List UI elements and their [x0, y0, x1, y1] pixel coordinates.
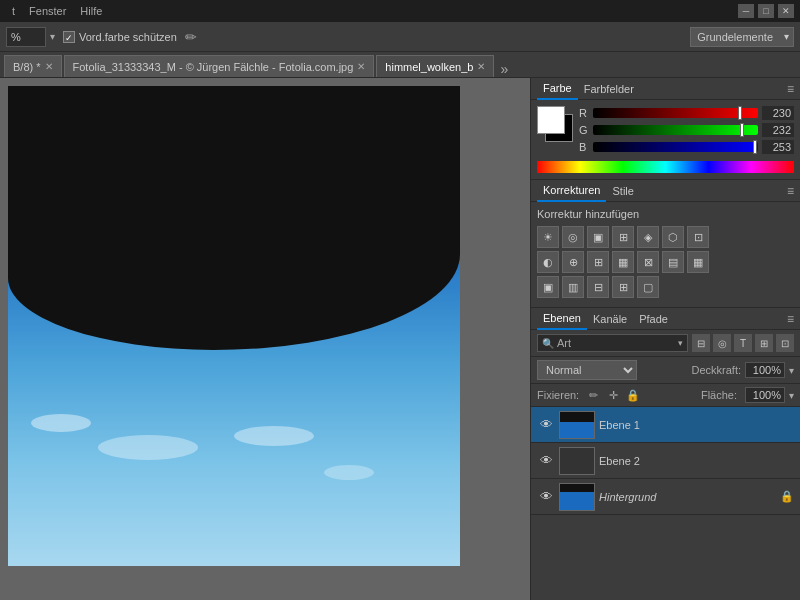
tab-2-close[interactable]: ✕: [477, 61, 485, 72]
cloud-4: [324, 465, 374, 480]
b-label: B: [579, 141, 589, 153]
g-value[interactable]: [762, 123, 794, 137]
korr-icon-lookup[interactable]: ▦: [612, 251, 634, 273]
korr-icon-brightness[interactable]: ☀: [537, 226, 559, 248]
tab-1[interactable]: Fotolia_31333343_M - © Jürgen Fälchle - …: [64, 55, 375, 77]
titlebar-controls: ─ □ ✕: [738, 4, 794, 18]
r-value[interactable]: [762, 106, 794, 120]
korr-icon-selective[interactable]: ▥: [562, 276, 584, 298]
korrekturen-body: Korrektur hinzufügen ☀ ◎ ▣ ⊞ ◈ ⬡ ⊡ ◐ ⊕ ⊞…: [531, 202, 800, 307]
color-spectrum[interactable]: [537, 161, 794, 173]
layer-item-0[interactable]: 👁 Ebene 1: [531, 407, 800, 443]
tab-farbe[interactable]: Farbe: [537, 78, 578, 100]
flache-arrow[interactable]: ▾: [789, 390, 794, 401]
korr-icon-photo[interactable]: ⊕: [562, 251, 584, 273]
g-slider[interactable]: [593, 125, 758, 135]
canvas-container: [8, 86, 460, 566]
b-value[interactable]: [762, 140, 794, 154]
tab-farbfelder[interactable]: Farbfelder: [578, 78, 640, 100]
tab-0-close[interactable]: ✕: [45, 61, 53, 72]
tab-korrekturen[interactable]: Korrekturen: [537, 180, 606, 202]
korr-icon-channel[interactable]: ⊞: [587, 251, 609, 273]
brush-icon[interactable]: ✏: [185, 29, 197, 45]
blend-mode-select[interactable]: Normal: [537, 360, 637, 380]
layer-0-thumbnail: [559, 411, 595, 439]
layer-extra-icon[interactable]: ⊡: [776, 334, 794, 352]
fix-icon-lock[interactable]: 🔒: [625, 387, 641, 403]
ebenen-action-icons: ⊟ ◎ T ⊞ ⊡: [692, 334, 794, 352]
menu-hilfe[interactable]: Hilfe: [74, 5, 108, 17]
tab-0[interactable]: B/8) * ✕: [4, 55, 62, 77]
r-slider[interactable]: [593, 108, 758, 118]
tab-stile[interactable]: Stile: [606, 180, 639, 202]
korr-icons-row-2: ◐ ⊕ ⊞ ▦ ⊠ ▤ ▦: [537, 251, 794, 273]
tab-kanale[interactable]: Kanäle: [587, 308, 633, 330]
deckkraft-arrow[interactable]: ▾: [789, 365, 794, 376]
fix-icon-move[interactable]: ✛: [605, 387, 621, 403]
tab-1-close[interactable]: ✕: [357, 61, 365, 72]
korrekturen-panel-collapse[interactable]: ≡: [787, 184, 794, 198]
search-dropdown[interactable]: ▾: [678, 338, 683, 348]
tab-more-button[interactable]: »: [496, 61, 512, 77]
korr-icon-gradient[interactable]: ▣: [537, 276, 559, 298]
blend-mode-row: Normal Deckkraft: ▾: [531, 357, 800, 384]
foreground-swatch[interactable]: [537, 106, 565, 134]
r-label: R: [579, 107, 589, 119]
percent-input-area: % ▾: [6, 27, 55, 47]
tab-ebenen[interactable]: Ebenen: [537, 308, 587, 330]
color-panel-body: R G: [531, 100, 800, 179]
maximize-button[interactable]: □: [758, 4, 774, 18]
korr-icon-colorbal[interactable]: ⊡: [687, 226, 709, 248]
fix-icon-brush[interactable]: ✏: [585, 387, 601, 403]
layer-item-2[interactable]: 👁 Hintergrund 🔒: [531, 479, 800, 515]
layer-thumbnail-icon[interactable]: ⊟: [692, 334, 710, 352]
fixieren-row: Fixieren: ✏ ✛ 🔒 Fläche: ▾: [531, 384, 800, 407]
korr-icon-posterize[interactable]: ▤: [662, 251, 684, 273]
korr-icon-extra3[interactable]: ▢: [637, 276, 659, 298]
layer-item-1[interactable]: 👁 Ebene 2: [531, 443, 800, 479]
menu-fenster[interactable]: Fenster: [23, 5, 72, 17]
b-slider[interactable]: [593, 142, 758, 152]
minimize-button[interactable]: ─: [738, 4, 754, 18]
b-slider-row: B: [579, 140, 794, 154]
tab-2[interactable]: himmel_wolken_b ✕: [376, 55, 494, 77]
korr-icon-bw[interactable]: ◐: [537, 251, 559, 273]
korr-icon-hsl[interactable]: ⬡: [662, 226, 684, 248]
search-label: Art: [557, 337, 571, 349]
korr-icon-curves[interactable]: ▣: [587, 226, 609, 248]
korr-icon-extra1[interactable]: ⊟: [587, 276, 609, 298]
layer-type-icon[interactable]: T: [734, 334, 752, 352]
layer-0-visibility[interactable]: 👁: [537, 416, 555, 434]
color-panel-collapse[interactable]: ≡: [787, 82, 794, 96]
zoom-percent[interactable]: %: [6, 27, 46, 47]
layer-1-visibility[interactable]: 👁: [537, 452, 555, 470]
close-button[interactable]: ✕: [778, 4, 794, 18]
search-icon: 🔍: [542, 338, 554, 349]
canvas-area[interactable]: [0, 78, 530, 600]
korr-icon-vibrance[interactable]: ◈: [637, 226, 659, 248]
deckkraft-input[interactable]: [745, 362, 785, 378]
cloud-3: [234, 426, 314, 446]
dark-cloud: [8, 86, 460, 350]
layer-mask-icon[interactable]: ◎: [713, 334, 731, 352]
r-thumb: [738, 106, 742, 120]
menu-t[interactable]: t: [6, 5, 21, 17]
flache-input[interactable]: [745, 387, 785, 403]
workspace-dropdown[interactable]: Grundelemente: [690, 27, 794, 47]
protect-color-checkbox[interactable]: [63, 31, 75, 43]
color-sliders: R G: [579, 106, 794, 157]
ebenen-search[interactable]: 🔍 Art ▾: [537, 334, 688, 352]
fixieren-label: Fixieren:: [537, 389, 579, 401]
main-area: Farbe Farbfelder ≡ R: [0, 78, 800, 600]
korr-icon-threshold[interactable]: ▦: [687, 251, 709, 273]
korr-icon-invert[interactable]: ⊠: [637, 251, 659, 273]
korr-icon-exposure[interactable]: ⊞: [612, 226, 634, 248]
layer-transform-icon[interactable]: ⊞: [755, 334, 773, 352]
layer-2-visibility[interactable]: 👁: [537, 488, 555, 506]
tab-pfade[interactable]: Pfade: [633, 308, 674, 330]
percent-dropdown-icon[interactable]: ▾: [50, 31, 55, 42]
g-thumb: [740, 123, 744, 137]
korr-icon-extra2[interactable]: ⊞: [612, 276, 634, 298]
ebenen-panel-collapse[interactable]: ≡: [787, 312, 794, 326]
korr-icon-levels[interactable]: ◎: [562, 226, 584, 248]
